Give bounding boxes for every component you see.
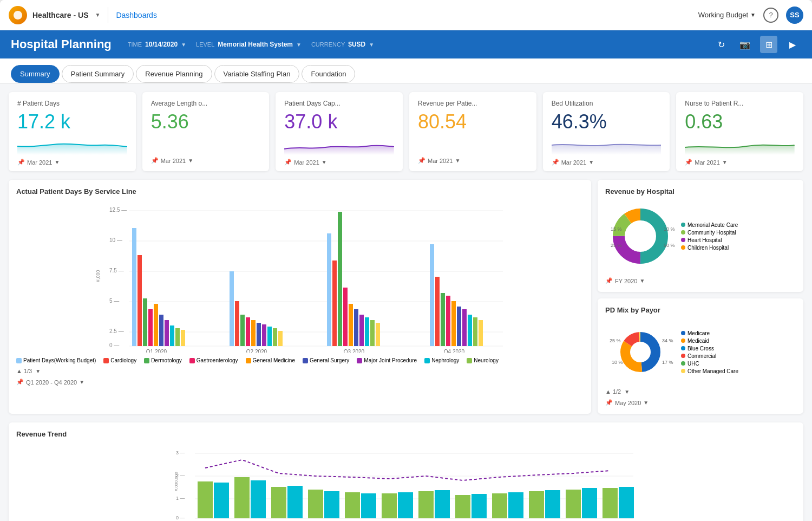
- legend-other-managed: Other Managed Care: [681, 368, 738, 374]
- kpi-avg-length-value: 5.36: [151, 110, 261, 133]
- time-selector[interactable]: TIME 10/14/2020 ▼: [128, 41, 186, 48]
- bar-chart-card: Actual Patient Days By Service Line 12.5…: [9, 180, 591, 414]
- user-avatar[interactable]: SS: [786, 6, 803, 24]
- legend-children-hospital: Children Hospital: [681, 245, 738, 251]
- tab-patient-summary[interactable]: Patient Summary: [62, 65, 134, 83]
- svg-rect-43: [370, 320, 375, 346]
- legend-nephrology: Nephrology: [424, 357, 459, 363]
- svg-rect-19: [165, 320, 169, 346]
- video-button[interactable]: ▶: [784, 36, 801, 53]
- revenue-by-hospital-chart-area: 10 % 15 % 50 % 25 % Memorial Acute Care: [605, 201, 796, 273]
- page-title: Hospital Planning: [11, 37, 112, 51]
- svg-rect-101: [324, 491, 339, 518]
- svg-rect-25: [235, 301, 239, 346]
- dashboards-link[interactable]: Dashboards: [116, 11, 157, 19]
- kpi-bed-utilization: Bed Utilization 46.3% 📌 Mar 2021 ▼: [543, 92, 670, 171]
- working-budget-selector[interactable]: Working Budget ▼: [698, 11, 756, 19]
- svg-rect-107: [545, 490, 560, 518]
- pd-mix-card: PD Mix by Payor 34 %: [598, 298, 803, 414]
- kpi-patient-days-title: # Patient Days: [17, 100, 127, 107]
- workday-logo[interactable]: [9, 6, 27, 24]
- bar-chart-pagination: ▲ 1/3 ▼: [16, 368, 584, 374]
- legend-color-working-budget: [16, 358, 22, 363]
- pd-mix-donut-svg: 34 % 17 % 25 % 10 %: [605, 320, 676, 385]
- kpi-patient-days: # Patient Days 17.2 k 📌 Mar 2021 ▼: [9, 92, 136, 171]
- svg-rect-105: [472, 494, 487, 518]
- kpi-revenue-per-patient-footer[interactable]: 📌 Mar 2021 ▼: [418, 157, 528, 164]
- legend-general-surgery: General Surgery: [303, 357, 349, 363]
- svg-rect-94: [492, 493, 507, 518]
- kpi-patient-days-cap-chart: [284, 135, 394, 155]
- kpi-patient-days-cap-title: Patient Days Cap...: [284, 100, 394, 107]
- legend-color-general-medicine: [246, 358, 251, 363]
- kpi-patient-days-footer[interactable]: 📌 Mar 2021 ▼: [17, 159, 127, 166]
- svg-rect-53: [468, 315, 472, 346]
- svg-text:34 %: 34 %: [662, 338, 673, 343]
- pd-mix-footer[interactable]: 📌 May 2020 ▼: [605, 399, 796, 406]
- svg-text:50 %: 50 %: [664, 243, 675, 248]
- pd-mix-donut-container: 34 % 17 % 25 % 10 %: [605, 320, 676, 386]
- kpi-bed-utilization-footer[interactable]: 📌 Mar 2021 ▼: [552, 159, 662, 166]
- svg-rect-33: [278, 331, 283, 346]
- kpi-patient-days-cap-value: 37.0 k: [284, 110, 394, 133]
- app-name: Healthcare - US: [32, 11, 88, 19]
- legend-color-neurology: [467, 358, 472, 363]
- svg-text:1 —: 1 —: [176, 496, 185, 501]
- kpi-avg-length-footer[interactable]: 📌 Mar 2021 ▼: [151, 157, 261, 164]
- svg-rect-98: [214, 483, 229, 518]
- pd-mix-chart-area: 34 % 17 % 25 % 10 % Medicare: [605, 320, 796, 386]
- svg-text:12.5 —: 12.5 —: [109, 207, 127, 213]
- legend-medicare: Medicare: [681, 330, 738, 336]
- svg-rect-49: [446, 296, 450, 346]
- bar-chart-legend: Patient Days(Working Budget) Cardiology …: [16, 357, 584, 363]
- grid-button[interactable]: ⊞: [760, 36, 777, 53]
- svg-text:#,000: #,000: [95, 270, 101, 282]
- level-dropdown-arrow: ▼: [296, 42, 302, 48]
- legend-major-joint: Major Joint Procedure: [357, 357, 417, 363]
- kpi-avg-length: Average Length o... 5.36 📌 Mar 2021 ▼: [142, 92, 270, 171]
- svg-rect-106: [508, 492, 523, 518]
- kpi-nurse-patient-ratio-footer[interactable]: 📌 Mar 2021 ▼: [685, 159, 795, 166]
- kpi-patient-days-cap-footer[interactable]: 📌 Mar 2021 ▼: [284, 159, 394, 166]
- svg-rect-97: [603, 488, 618, 518]
- legend-uhc: UHC: [681, 361, 738, 367]
- right-column: Revenue by Hospital: [598, 180, 803, 414]
- svg-rect-89: [308, 490, 323, 518]
- nav-right: Working Budget ▼ ? SS: [698, 6, 803, 24]
- tab-revenue-planning[interactable]: Revenue Planning: [136, 65, 212, 83]
- tabs-bar: Summary Patient Summary Revenue Planning…: [0, 58, 812, 83]
- legend-color-dermotology: [144, 358, 149, 363]
- svg-rect-14: [137, 255, 142, 346]
- help-button[interactable]: ?: [763, 8, 778, 23]
- svg-rect-28: [251, 320, 256, 346]
- svg-text:7.5 —: 7.5 —: [109, 268, 124, 273]
- svg-rect-38: [343, 288, 348, 346]
- bar-chart-footer[interactable]: 📌 Q1 2020 - Q4 2020 ▼: [16, 379, 584, 386]
- refresh-button[interactable]: ↻: [712, 36, 730, 53]
- kpi-revenue-per-patient: Revenue per Patie... 80.54 📌 Mar 2021 ▼: [409, 92, 536, 171]
- level-selector[interactable]: LEVEL Memorial Health System ▼: [196, 41, 302, 48]
- svg-text:Q3 2020: Q3 2020: [344, 349, 365, 353]
- revenue-hospital-footer[interactable]: 📌 FY 2020 ▼: [605, 277, 796, 284]
- svg-rect-48: [441, 293, 445, 346]
- svg-text:15 %: 15 %: [611, 226, 622, 232]
- svg-rect-17: [154, 304, 158, 346]
- legend-color-gastroenterology: [189, 358, 195, 363]
- pd-mix-title: PD Mix by Payor: [605, 306, 796, 314]
- svg-rect-88: [271, 487, 286, 518]
- tab-variable-staffing-plan[interactable]: Variable Staffing Plan: [214, 65, 300, 83]
- svg-rect-35: [327, 233, 331, 346]
- tab-foundation[interactable]: Foundation: [302, 65, 355, 83]
- camera-button[interactable]: 📷: [736, 36, 754, 53]
- app-dropdown-arrow[interactable]: ▼: [95, 12, 100, 18]
- kpi-nurse-patient-ratio-title: Nurse to Patient R...: [685, 100, 795, 107]
- currency-selector[interactable]: CURRENCY $USD ▼: [311, 41, 374, 48]
- legend-community-hospital: Community Hospital: [681, 230, 738, 236]
- svg-rect-54: [473, 317, 477, 346]
- tab-summary[interactable]: Summary: [11, 65, 60, 83]
- currency-dropdown-arrow: ▼: [369, 42, 374, 48]
- legend-memorial-acute: Memorial Acute Care: [681, 222, 738, 228]
- svg-text:17 %: 17 %: [662, 360, 673, 365]
- revenue-trend-section: Revenue Trend 3 — 2 — 1 — 0 — #,000,000: [0, 422, 812, 521]
- svg-rect-29: [257, 323, 261, 346]
